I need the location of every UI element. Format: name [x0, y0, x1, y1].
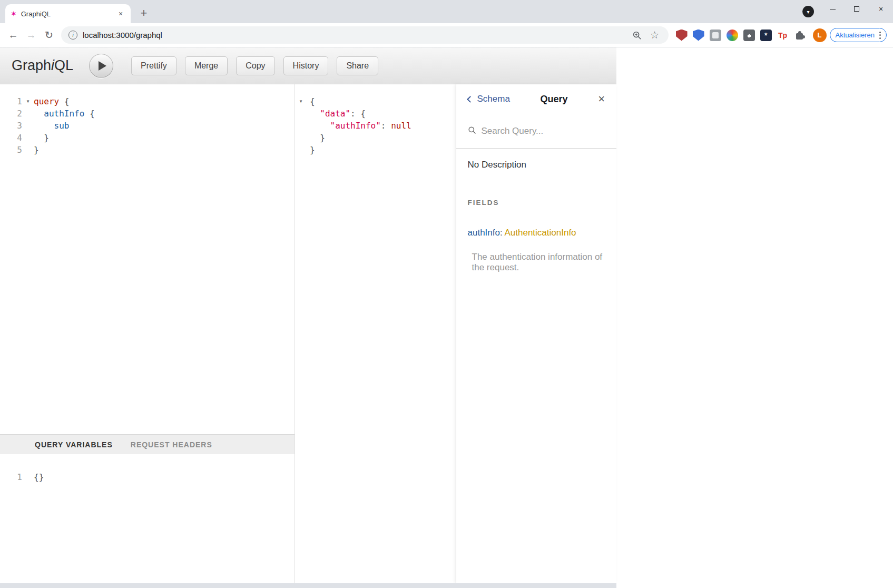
fold-gutter	[22, 144, 34, 156]
bookmark-star-icon[interactable]: ☆	[649, 29, 661, 42]
code-line[interactable]: 4 }	[0, 132, 295, 144]
doc-back-button[interactable]: Schema	[468, 94, 510, 104]
variables-editor-lines: 1{}	[0, 471, 295, 483]
doc-search-input[interactable]	[482, 126, 605, 136]
code-line[interactable]: 2 authInfo {	[0, 107, 295, 120]
doc-close-icon[interactable]: ×	[598, 93, 605, 105]
code-line[interactable]: 5}	[0, 144, 295, 156]
camera-extension-icon[interactable]	[743, 30, 755, 41]
minimize-icon	[830, 9, 836, 9]
fold-arrow-icon[interactable]: ▾	[295, 95, 307, 107]
line-number: 4	[0, 132, 22, 144]
tab-title: GraphiQL	[21, 10, 112, 18]
fold-gutter	[22, 132, 34, 144]
window-controls: ×	[820, 0, 893, 18]
doc-body: No Description FIELDS authInfo: Authenti…	[456, 149, 617, 284]
browser-tab-graphiql[interactable]: ✶ GraphiQL ×	[5, 4, 131, 23]
variables-editor[interactable]: 1{}	[0, 454, 295, 583]
query-editor[interactable]: 1▾query {2 authInfo {3 sub4 }5}	[0, 84, 295, 434]
code-text: authInfo {	[34, 107, 95, 120]
graphiql-logo: GraphiQL	[12, 57, 73, 74]
address-bar[interactable]: i localhost:3000/graphql ☆	[61, 26, 669, 44]
window-close-button[interactable]: ×	[869, 0, 893, 18]
code-line[interactable]: }	[295, 132, 456, 144]
back-icon[interactable]: ←	[4, 26, 22, 44]
maximize-button[interactable]	[845, 0, 869, 18]
field-name-link[interactable]: authInfo	[468, 228, 500, 238]
graphiql-app: GraphiQL PrettifyMergeCopyHistoryShare 1…	[0, 47, 893, 588]
tab-search-icon[interactable]: ▾	[802, 6, 814, 17]
dark-square-extension-icon[interactable]: *	[760, 30, 772, 41]
result-pane: ▾{ "data": { "authInfo": null }}	[295, 84, 456, 583]
grey-box-extension-icon[interactable]	[710, 30, 721, 41]
tab-close-icon[interactable]: ×	[116, 9, 125, 18]
query-pane: 1▾query {2 authInfo {3 sub4 }5} QUERY VA…	[0, 84, 295, 583]
red-shield-extension-icon[interactable]	[676, 30, 688, 41]
toolbar-button-copy[interactable]: Copy	[236, 56, 274, 75]
fold-gutter	[295, 144, 307, 156]
code-line[interactable]: 1▾query {	[0, 95, 295, 107]
fold-gutter	[22, 471, 34, 483]
play-icon	[99, 61, 106, 71]
chevron-left-icon	[467, 96, 474, 103]
code-text: query {	[34, 95, 69, 107]
toolbar-button-prettify[interactable]: Prettify	[131, 56, 176, 75]
horizontal-scrollbar[interactable]	[0, 583, 616, 588]
url-text[interactable]: localhost:3000/graphql	[83, 31, 625, 40]
code-line[interactable]: }	[295, 144, 456, 156]
fold-gutter	[295, 120, 307, 132]
editor-footer-tabs: QUERY VARIABLESREQUEST HEADERS	[0, 434, 295, 454]
field-type-link[interactable]: AuthenticationInfo	[504, 228, 576, 238]
browser-toolbar: ← → ↻ i localhost:3000/graphql ☆ *Tp L A…	[0, 23, 893, 47]
toolbar-button-history[interactable]: History	[283, 56, 329, 75]
code-text: sub	[34, 120, 69, 132]
new-tab-button[interactable]: +	[136, 5, 152, 21]
fold-gutter	[295, 132, 307, 144]
editor-panes: 1▾query {2 authInfo {3 sub4 }5} QUERY VA…	[0, 84, 616, 583]
toolbar-button-merge[interactable]: Merge	[185, 56, 228, 75]
color-wheel-extension-icon[interactable]	[727, 30, 738, 41]
code-text: {}	[34, 471, 44, 483]
zoom-icon[interactable]	[631, 29, 643, 42]
profile-avatar[interactable]: L	[813, 28, 827, 42]
forward-icon[interactable]: →	[22, 26, 40, 44]
graphiql-toolbar-buttons: PrettifyMergeCopyHistoryShare	[131, 56, 387, 75]
update-chrome-button[interactable]: Aktualisieren	[830, 28, 887, 42]
extension-icons: *Tp	[676, 30, 806, 41]
browser-menu-icon[interactable]	[879, 32, 881, 39]
minimize-button[interactable]	[820, 0, 845, 18]
line-number: 1	[0, 471, 22, 483]
code-line[interactable]: "data": {	[295, 107, 456, 120]
reload-icon[interactable]: ↻	[40, 26, 58, 44]
graphiql-topbar: GraphiQL PrettifyMergeCopyHistoryShare	[0, 47, 616, 84]
footer-tab-query-variables[interactable]: QUERY VARIABLES	[35, 440, 113, 449]
tp-extension-icon[interactable]: Tp	[777, 30, 789, 41]
code-line[interactable]: 1{}	[0, 471, 295, 483]
doc-explorer-title: Query	[510, 94, 598, 105]
line-number: 5	[0, 144, 22, 156]
code-line[interactable]: 3 sub	[0, 120, 295, 132]
logo-ql: QL	[54, 57, 73, 73]
execute-button[interactable]	[89, 54, 113, 78]
doc-explorer-header: Schema Query ×	[456, 84, 617, 114]
doc-back-label: Schema	[477, 94, 510, 104]
blue-shield-extension-icon[interactable]	[693, 30, 704, 41]
fold-arrow-icon[interactable]: ▾	[22, 95, 34, 107]
line-number: 3	[0, 120, 22, 132]
query-editor-lines: 1▾query {2 authInfo {3 sub4 }5}	[0, 95, 295, 156]
search-icon	[468, 126, 476, 136]
puzzle-extension-icon[interactable]	[794, 30, 806, 41]
code-line[interactable]: ▾{	[295, 95, 456, 107]
type-description: No Description	[468, 160, 605, 170]
doc-search-row	[456, 114, 617, 149]
code-text: }	[34, 144, 39, 156]
code-line[interactable]: "authInfo": null	[295, 120, 456, 132]
toolbar-button-share[interactable]: Share	[337, 56, 378, 75]
site-info-icon[interactable]: i	[68, 31, 77, 40]
browser-tab-strip: ✶ GraphiQL × + ▾ ×	[0, 0, 893, 23]
footer-tab-request-headers[interactable]: REQUEST HEADERS	[131, 440, 212, 449]
code-text: {	[310, 95, 315, 107]
doc-explorer-panel: Schema Query × No Description	[456, 84, 617, 583]
result-lines: ▾{ "data": { "authInfo": null }}	[295, 95, 456, 156]
doc-field-authinfo: authInfo: AuthenticationInfo	[468, 228, 605, 238]
